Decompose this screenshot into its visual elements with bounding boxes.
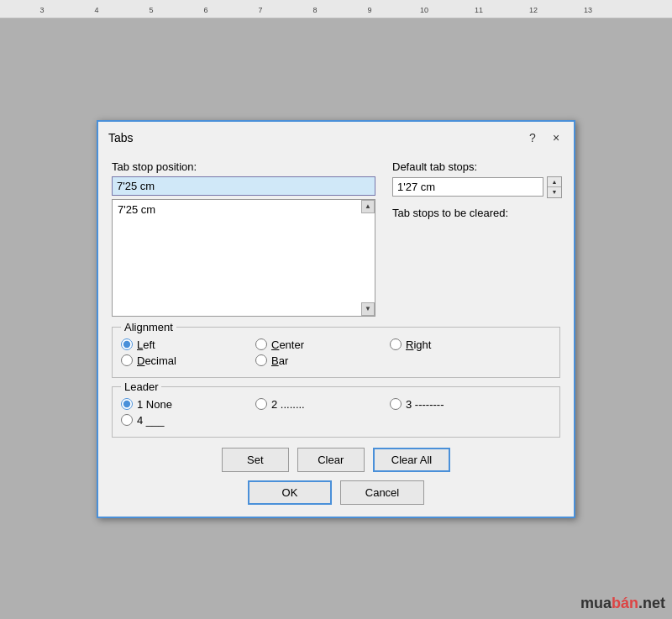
tab-stops-cleared-label: Tab stops to be cleared:	[392, 207, 560, 219]
leader-row-1: 1 None 2 ........ 3 --------	[121, 398, 551, 411]
alignment-right-label: Right	[406, 338, 431, 351]
leader-row-2: 4 ___	[121, 414, 551, 427]
tab-list[interactable]: 7'25 cm	[113, 200, 375, 316]
tab-list-container: 7'25 cm ▲ ▼	[112, 199, 375, 317]
leader-1[interactable]: 1 None	[121, 398, 255, 411]
leader-3-label: 3 --------	[406, 398, 444, 411]
default-tab-stops-label: Default tab stops:	[392, 160, 560, 173]
spinner-controls: ▲ ▼	[547, 176, 562, 198]
leader-1-label: 1 None	[137, 398, 172, 411]
alignment-bar-radio[interactable]	[255, 354, 267, 366]
leader-box: Leader 1 None 2 ........ 3	[112, 386, 560, 438]
alignment-bar[interactable]: Bar	[255, 354, 390, 367]
leader-2-radio[interactable]	[255, 398, 267, 410]
leader-3[interactable]: 3 --------	[390, 398, 524, 411]
watermark: muabán.net	[580, 595, 665, 612]
default-tab-input[interactable]	[392, 177, 543, 197]
alignment-decimal-radio[interactable]	[121, 354, 133, 366]
alignment-decimal[interactable]: Decimal	[121, 354, 255, 367]
alignment-box: Alignment Left Center Righ	[112, 327, 560, 378]
tabs-dialog: Tabs ? × Tab stop position: 7'25 cm ▲	[97, 120, 575, 518]
set-button[interactable]: Set	[222, 448, 289, 472]
right-column: Default tab stops: ▲ ▼ Tab stops to be c…	[392, 160, 560, 317]
alignment-row-2: Decimal Bar	[121, 354, 551, 367]
leader-4-label: 4 ___	[137, 414, 165, 427]
dialog-overlay: Tabs ? × Tab stop position: 7'25 cm ▲	[0, 18, 672, 619]
spinner-down-button[interactable]: ▼	[548, 187, 561, 197]
help-button[interactable]: ?	[523, 129, 542, 147]
left-column: Tab stop position: 7'25 cm ▲ ▼	[112, 160, 375, 317]
leader-section: Leader 1 None 2 ........ 3	[112, 386, 560, 438]
alignment-center[interactable]: Center	[255, 338, 390, 351]
alignment-legend: Alignment	[121, 321, 176, 333]
leader-1-radio[interactable]	[121, 398, 133, 410]
alignment-bar-label: Bar	[271, 354, 288, 367]
tab-stop-position-label: Tab stop position:	[112, 160, 375, 173]
leader-legend: Leader	[121, 380, 161, 393]
leader-2[interactable]: 2 ........	[255, 398, 390, 411]
dialog-title: Tabs	[108, 131, 134, 144]
dialog-content: Tab stop position: 7'25 cm ▲ ▼ Default t…	[98, 152, 574, 517]
main-columns: Tab stop position: 7'25 cm ▲ ▼ Default t…	[112, 160, 560, 317]
spinner-up-button[interactable]: ▲	[548, 177, 561, 187]
clear-all-button[interactable]: Clear All	[373, 448, 450, 472]
scrollbar-up-button[interactable]: ▲	[361, 200, 375, 213]
ok-button[interactable]: OK	[248, 480, 332, 505]
scrollbar-down-button[interactable]: ▼	[361, 302, 375, 316]
alignment-left-radio[interactable]	[121, 338, 133, 350]
leader-2-label: 2 ........	[271, 398, 305, 411]
alignment-row-1: Left Center Right	[121, 338, 551, 351]
clear-button[interactable]: Clear	[297, 448, 365, 472]
ruler: 3 4 5 6 7 8 9 10 11 12 13	[0, 0, 672, 18]
alignment-section: Alignment Left Center Righ	[112, 327, 560, 378]
action-buttons-row: Set Clear Clear All	[112, 448, 560, 472]
leader-3-radio[interactable]	[390, 398, 402, 410]
title-bar-controls: ? ×	[523, 129, 565, 147]
alignment-center-label: Center	[271, 338, 304, 351]
watermark-text: muabán.net	[580, 595, 665, 611]
alignment-center-radio[interactable]	[255, 338, 267, 350]
alignment-left[interactable]: Left	[121, 338, 255, 351]
close-button[interactable]: ×	[547, 129, 565, 147]
ok-cancel-row: OK Cancel	[112, 480, 560, 505]
alignment-right[interactable]: Right	[390, 338, 524, 351]
tab-stop-input[interactable]	[112, 176, 375, 196]
alignment-decimal-label: Decimal	[137, 354, 176, 367]
cancel-button[interactable]: Cancel	[340, 480, 424, 505]
leader-4[interactable]: 4 ___	[121, 414, 255, 427]
dialog-title-bar: Tabs ? ×	[98, 122, 574, 152]
alignment-left-label: Left	[137, 338, 155, 351]
alignment-right-radio[interactable]	[390, 338, 402, 350]
list-item[interactable]: 7'25 cm	[116, 202, 371, 218]
default-tab-row: ▲ ▼	[392, 176, 560, 198]
leader-4-radio[interactable]	[121, 414, 133, 426]
